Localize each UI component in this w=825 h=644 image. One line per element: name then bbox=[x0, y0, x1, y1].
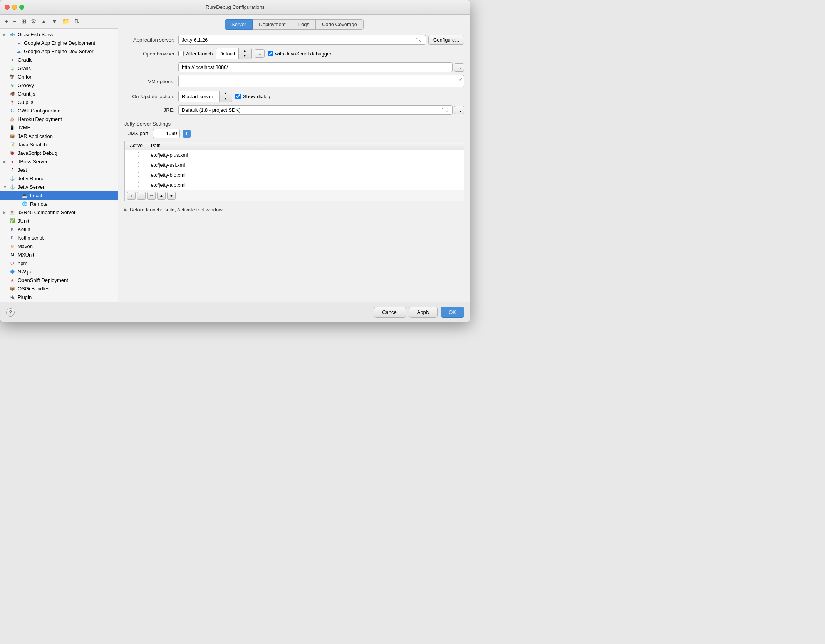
sidebar-item-label: NW.js bbox=[18, 269, 31, 275]
sidebar-item-label: Kotlin bbox=[18, 226, 30, 232]
vm-options-field[interactable]: ⤢ bbox=[178, 75, 464, 87]
sidebar-item-jar-app[interactable]: 📦 JAR Application bbox=[0, 132, 118, 140]
sidebar-list: ▶ 🐟 GlassFish Server ☁ Google App Engine… bbox=[0, 29, 118, 302]
sidebar-item-glassfish[interactable]: ▶ 🐟 GlassFish Server bbox=[0, 30, 118, 39]
sidebar-item-js-debug[interactable]: 🐞 JavaScript Debug bbox=[0, 149, 118, 157]
sidebar-item-jsr45[interactable]: ▶ ☕ JSR45 Compatible Server bbox=[0, 208, 118, 216]
table-add-button[interactable]: + bbox=[127, 192, 136, 200]
row-active-checkbox[interactable] bbox=[134, 182, 139, 187]
sidebar-item-jetty-server[interactable]: ▼ ⚓ Jetty Server bbox=[0, 183, 118, 191]
bottom-right-buttons: Cancel Apply OK bbox=[374, 307, 464, 318]
sidebar-item-gwt[interactable]: G GWT Configuration bbox=[0, 106, 118, 115]
table-cell-active[interactable] bbox=[125, 160, 148, 170]
table-cell-path: etc/jetty-ssl.xml bbox=[148, 160, 464, 170]
app-server-select[interactable]: Jetty 6.1.26 ⌃⌄ bbox=[178, 35, 426, 45]
sidebar-item-j2me[interactable]: 📱 J2ME bbox=[0, 123, 118, 132]
sidebar-item-gruntjs[interactable]: 🐗 Grunt.js bbox=[0, 89, 118, 98]
sidebar-item-gulpjs[interactable]: 🍷 Gulp.js bbox=[0, 98, 118, 106]
table-remove-button[interactable]: − bbox=[137, 192, 146, 200]
sidebar-item-plugin[interactable]: 🔌 Plugin bbox=[0, 293, 118, 301]
sidebar-item-jest[interactable]: J Jest bbox=[0, 166, 118, 174]
update-action-select[interactable]: Restart server ▲ ▼ bbox=[178, 91, 232, 102]
plugin-icon: 🔌 bbox=[9, 294, 15, 300]
sort-button[interactable]: ⇅ bbox=[73, 17, 81, 26]
row-active-checkbox[interactable] bbox=[134, 172, 139, 177]
table-down-button[interactable]: ▼ bbox=[167, 192, 176, 200]
sidebar-item-npm[interactable]: ⬡ npm bbox=[0, 259, 118, 267]
url-input[interactable] bbox=[178, 62, 453, 72]
folder-button[interactable]: 📁 bbox=[60, 17, 71, 26]
copy-config-button[interactable]: ⊞ bbox=[20, 17, 28, 26]
sidebar-item-heroku[interactable]: ⛵ Heroku Deployment bbox=[0, 115, 118, 123]
jre-dots-button[interactable]: ... bbox=[454, 106, 464, 114]
after-launch-checkbox[interactable] bbox=[178, 51, 184, 56]
sidebar-item-jboss[interactable]: ▶ ● JBoss Server bbox=[0, 157, 118, 166]
url-dots-button[interactable]: ... bbox=[454, 63, 464, 72]
sidebar-item-griffon[interactable]: 🦅 Griffon bbox=[0, 72, 118, 81]
show-dialog-label-wrap[interactable]: Show dialog bbox=[235, 94, 270, 99]
add-config-button[interactable]: + bbox=[3, 17, 10, 26]
js-debugger-checkbox-label[interactable]: with JavaScript debugger bbox=[268, 51, 332, 57]
table-cell-active[interactable] bbox=[125, 180, 148, 190]
jmx-port-input[interactable] bbox=[153, 129, 180, 138]
table-edit-button[interactable]: ✏ bbox=[147, 192, 156, 200]
sidebar-item-gradle[interactable]: ● Gradle bbox=[0, 55, 118, 64]
sidebar-item-google-ae-deploy[interactable]: ☁ Google App Engine Deployment bbox=[0, 39, 118, 47]
move-up-button[interactable]: ▲ bbox=[39, 17, 49, 26]
show-dialog-checkbox[interactable] bbox=[235, 94, 241, 99]
remove-config-button[interactable]: − bbox=[11, 17, 18, 26]
help-button[interactable]: ? bbox=[6, 308, 15, 317]
tab-code-coverage[interactable]: Code Coverage bbox=[316, 19, 364, 30]
js-debugger-checkbox[interactable] bbox=[268, 51, 273, 56]
tab-logs[interactable]: Logs bbox=[292, 19, 316, 30]
move-down-button[interactable]: ▼ bbox=[50, 17, 59, 26]
browser-dots-button[interactable]: ... bbox=[255, 49, 265, 58]
table-cell-active[interactable] bbox=[125, 150, 148, 160]
url-controls: ... bbox=[178, 62, 464, 72]
sidebar-item-nwjs[interactable]: 🔷 NW.js bbox=[0, 267, 118, 276]
close-button[interactable] bbox=[5, 5, 10, 10]
sidebar-item-maven[interactable]: ⚙ Maven bbox=[0, 242, 118, 250]
row-active-checkbox[interactable] bbox=[134, 162, 139, 167]
row-active-checkbox[interactable] bbox=[134, 152, 139, 157]
after-launch-checkbox-label[interactable]: After launch bbox=[178, 51, 213, 57]
sidebar-item-java-scratch[interactable]: 📝 Java Scratch bbox=[0, 140, 118, 149]
sidebar-item-label: Gulp.js bbox=[18, 99, 33, 105]
jre-select[interactable]: Default (1.8 - project SDK) ⌃⌄ bbox=[178, 105, 453, 115]
apply-button[interactable]: Apply bbox=[409, 307, 438, 318]
browser-select[interactable]: Default ▲ ▼ bbox=[216, 48, 251, 59]
sidebar-item-osgi[interactable]: 📦 OSGi Bundles bbox=[0, 284, 118, 293]
before-launch: ▶ Before launch: Build, Activate tool wi… bbox=[124, 207, 464, 213]
sidebar-item-kotlin[interactable]: K Kotlin bbox=[0, 225, 118, 233]
sidebar-item-junit[interactable]: ✅ JUnit bbox=[0, 216, 118, 225]
jmx-plus-button[interactable]: + bbox=[183, 130, 191, 138]
cancel-button[interactable]: Cancel bbox=[374, 307, 406, 318]
sidebar-item-label: Plugin bbox=[18, 294, 32, 300]
sidebar-item-local[interactable]: 💻 Local bbox=[0, 191, 118, 200]
sidebar-item-label: GWT Configuration bbox=[18, 108, 60, 114]
before-launch-expand-icon[interactable]: ▶ bbox=[124, 208, 127, 212]
junit-icon: ✅ bbox=[9, 218, 15, 224]
settings-button[interactable]: ⚙ bbox=[29, 17, 38, 26]
grails-icon: 🍃 bbox=[9, 65, 15, 71]
sidebar-item-grails[interactable]: 🍃 Grails bbox=[0, 64, 118, 72]
configure-button[interactable]: Configure... bbox=[428, 35, 464, 45]
sidebar-item-mxunit[interactable]: M MXUnit bbox=[0, 250, 118, 259]
table-up-button[interactable]: ▲ bbox=[157, 192, 166, 200]
ok-button[interactable]: OK bbox=[441, 307, 464, 318]
jre-controls: Default (1.8 - project SDK) ⌃⌄ ... bbox=[178, 105, 464, 115]
minimize-button[interactable] bbox=[12, 5, 17, 10]
table-cell-active[interactable] bbox=[125, 170, 148, 180]
sidebar-item-openshift[interactable]: 🔺 OpenShift Deployment bbox=[0, 276, 118, 284]
sidebar-item-kotlin-script[interactable]: K Kotlin script bbox=[0, 233, 118, 242]
sidebar-item-google-ae-dev[interactable]: ☁ Google App Engine Dev Server bbox=[0, 47, 118, 55]
sidebar-item-groovy[interactable]: G Groovy bbox=[0, 81, 118, 89]
local-icon: 💻 bbox=[22, 192, 28, 198]
tab-deployment[interactable]: Deployment bbox=[253, 19, 292, 30]
sidebar-item-jetty-runner[interactable]: ⚓ Jetty Runner bbox=[0, 174, 118, 183]
vm-options-input[interactable] bbox=[179, 77, 464, 86]
maximize-button[interactable] bbox=[19, 5, 24, 10]
update-action-row: On 'Update' action: Restart server ▲ ▼ S… bbox=[124, 91, 464, 102]
sidebar-item-remote-jetty[interactable]: 🌐 Remote bbox=[0, 200, 118, 208]
tab-server[interactable]: Server bbox=[225, 19, 253, 30]
